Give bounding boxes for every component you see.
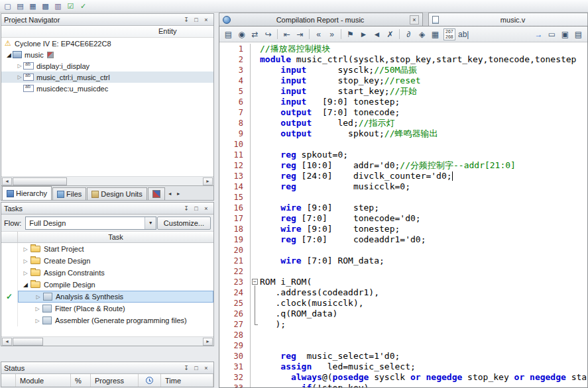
scroll-left-icon[interactable]: ◄: [2, 338, 12, 346]
tasks-hscrollbar[interactable]: ◄ ►: [1, 336, 213, 346]
task-row-assembler[interactable]: ▷ Assembler (Generate programming files): [1, 315, 213, 326]
status-col-module[interactable]: Module: [16, 374, 71, 387]
code-line[interactable]: 32 always@(posedge sysclk or negedge sto…: [219, 372, 587, 383]
expand-icon[interactable]: ▷: [22, 258, 29, 264]
collapse-icon[interactable]: ◢: [22, 281, 29, 288]
insert-template-icon[interactable]: ◈: [416, 28, 428, 41]
tree-row-instance-musicdec[interactable]: musicdec:u_musicdec: [1, 83, 213, 94]
status-col-clock[interactable]: [139, 374, 161, 387]
tree-row-instance-music-ctrl[interactable]: ▷ music_ctrl:i_music_ctrl: [1, 72, 213, 83]
tab-scroll-left-icon[interactable]: ◄: [166, 189, 174, 198]
tab-close-icon[interactable]: ×: [410, 15, 419, 24]
customize-button[interactable]: Customize...: [157, 217, 211, 230]
task-row-start-project[interactable]: ▷ Start Project: [1, 243, 213, 255]
expand-icon[interactable]: ▷: [34, 306, 41, 312]
save-all-icon[interactable]: ▩: [40, 1, 51, 11]
code-line[interactable]: 9 output spkout;//蜂鸣器输出: [219, 128, 587, 139]
pin-icon[interactable]: ↧: [182, 204, 191, 213]
code-line[interactable]: 22: [219, 266, 587, 277]
task-column-header[interactable]: Task: [1, 232, 213, 243]
tab-music-v[interactable]: music.v: [428, 13, 588, 26]
code-line[interactable]: 31 assign led=music_select;: [219, 362, 587, 372]
expand-icon[interactable]: ▷: [22, 270, 29, 276]
code-line[interactable]: 21 wire [7:0] ROM_data;: [219, 256, 587, 266]
code-line[interactable]: 27 );: [219, 319, 587, 330]
clear-bookmarks-icon[interactable]: ✗: [384, 28, 396, 41]
code-line[interactable]: 25 .clock(musicclk),: [219, 298, 587, 309]
expand-icon[interactable]: ▷: [22, 246, 29, 252]
scrollbar-thumb[interactable]: [13, 338, 43, 346]
code-line[interactable]: 5 input start_key;//开始: [219, 86, 587, 97]
indent-icon[interactable]: ⇥: [294, 28, 306, 41]
save-icon[interactable]: ▤: [222, 28, 235, 41]
comment-icon[interactable]: «: [312, 28, 325, 41]
float-icon[interactable]: □: [192, 15, 201, 24]
status-col-time[interactable]: Time: [161, 374, 213, 387]
next-bookmark-icon[interactable]: ►: [357, 28, 370, 41]
status-col-progress[interactable]: Progress: [91, 374, 139, 387]
code-line[interactable]: 20: [219, 245, 587, 256]
expand-icon[interactable]: ▷: [34, 318, 41, 324]
float-icon[interactable]: □: [192, 204, 201, 213]
task-row-create-design[interactable]: ▷ Create Design: [1, 255, 213, 267]
code-line[interactable]: 12 reg [10:0] addr='d0;//分频控制字--addr[21:…: [219, 160, 587, 171]
tree-row-instance-display[interactable]: ▷ display:i_display: [1, 60, 213, 72]
tab-compilation-report[interactable]: Compilation Report - music ×: [219, 13, 423, 26]
tree-row-device[interactable]: ⚠ Cyclone IV E: EP4CE6E22C8: [1, 38, 213, 49]
print-icon[interactable]: ▥: [52, 1, 64, 11]
toggle-bookmark-icon[interactable]: ⚑: [344, 28, 357, 41]
scroll-right-icon[interactable]: ►: [203, 177, 213, 185]
float-icon[interactable]: □: [192, 364, 201, 372]
new-file-icon[interactable]: ▢: [2, 1, 13, 11]
scrollbar-track[interactable]: [13, 177, 202, 185]
collapse-icon[interactable]: ◢: [5, 52, 13, 58]
code-line[interactable]: 1//播放器控制模块: [219, 44, 587, 54]
expand-icon[interactable]: ▷: [34, 294, 42, 300]
code-line[interactable]: 16 wire [9:0] step;: [219, 203, 587, 213]
scrollbar-track[interactable]: [13, 338, 202, 346]
code-line[interactable]: 15: [219, 192, 587, 203]
navigator-hscrollbar[interactable]: ◄ ►: [1, 176, 213, 185]
code-line[interactable]: 8 output led;//指示灯: [219, 118, 587, 128]
code-line[interactable]: 3 input sysclk;//50M晶振: [219, 65, 587, 75]
word-wrap-icon[interactable]: ab|: [457, 28, 470, 41]
chevron-down-icon[interactable]: ▼: [145, 217, 156, 229]
tab-design-units[interactable]: Design Units: [87, 187, 147, 200]
task-row-compile-design[interactable]: ◢ Compile Design: [1, 279, 213, 291]
tab-hierarchy[interactable]: Hierarchy: [2, 186, 52, 200]
outdent-icon[interactable]: ⇤: [280, 28, 293, 41]
syntax-highlight-icon[interactable]: ▦: [429, 28, 441, 41]
uncomment-icon[interactable]: »: [325, 28, 338, 41]
task-row-analysis-synthesis[interactable]: ✓ ▷ Analysis & Synthesis: [1, 291, 213, 303]
code-line[interactable]: 28: [219, 330, 587, 340]
entity-column-header[interactable]: Entity: [1, 26, 213, 38]
find-replace-icon[interactable]: ⇄: [249, 28, 261, 41]
goto-line-icon[interactable]: ↪: [262, 28, 274, 41]
expand-icon[interactable]: ▷: [16, 74, 23, 80]
code-line[interactable]: 26 .q(ROM_data): [219, 309, 587, 319]
code-line[interactable]: 24 .address(codeaddr1),: [219, 287, 587, 298]
scrollbar-thumb[interactable]: [13, 177, 67, 185]
run-rtl-viewer-icon[interactable]: ☑: [65, 1, 76, 11]
task-row-fitter[interactable]: ▷ Fitter (Place & Route): [1, 303, 213, 315]
tile-windows-icon[interactable]: ▣: [559, 28, 571, 41]
close-icon[interactable]: ×: [202, 15, 211, 24]
cascade-windows-icon[interactable]: ▤: [572, 28, 585, 41]
code-line[interactable]: 4 input stop_key;//reset: [219, 75, 587, 86]
code-line[interactable]: 30 reg music_select=1'd0;: [219, 351, 587, 362]
task-row-assign-constraints[interactable]: ▷ Assign Constraints: [1, 267, 213, 279]
expand-icon[interactable]: ▷: [16, 63, 23, 69]
flow-select[interactable]: Full Design ▼: [25, 217, 156, 230]
pin-icon[interactable]: ↧: [182, 364, 191, 372]
code-line[interactable]: 7 output [7:0] tonecode;: [219, 107, 587, 118]
attachment-icon[interactable]: ∂: [402, 28, 415, 41]
code-line[interactable]: 19 reg [7:0] codeaddr1='d0;: [219, 234, 587, 245]
previous-bookmark-icon[interactable]: ◄: [371, 28, 383, 41]
tab-scroll-right-icon[interactable]: ►: [174, 189, 183, 198]
code-line[interactable]: 17 reg [7:0] tonecode='d0;: [219, 213, 587, 224]
start-compilation-icon[interactable]: ✓: [78, 1, 89, 11]
code-line[interactable]: 23−ROM i_ROM(: [219, 277, 587, 287]
open-file-icon[interactable]: ▤: [15, 1, 26, 11]
scroll-left-icon[interactable]: ◄: [2, 177, 12, 185]
code-line[interactable]: 13 reg [24:0] divclk_counter='d0;: [219, 171, 587, 181]
